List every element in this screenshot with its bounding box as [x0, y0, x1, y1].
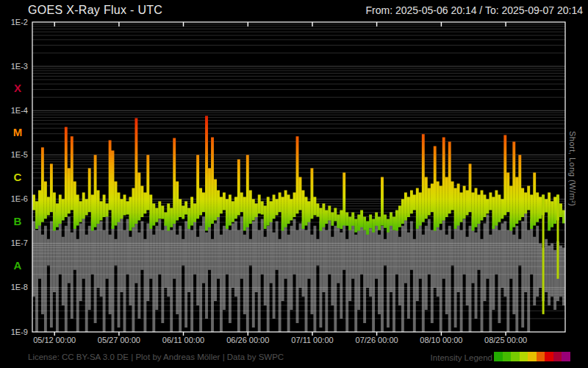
x-tick-label: 08/25 00:00 [473, 336, 539, 344]
x-tick-label: 05/27 00:00 [86, 336, 152, 344]
goes-xray-flux-app: GOES X-Ray Flux - UTC From: 2025-05-06 2… [0, 0, 588, 368]
class-label-x: X [9, 82, 26, 94]
class-label-m: M [9, 126, 26, 138]
class-label-b: B [9, 215, 26, 227]
y-tick-label: 1E-5 [0, 150, 28, 159]
y-tick-label: 1E-8 [0, 283, 28, 291]
class-label-a: A [9, 259, 26, 272]
x-tick-label: 06/11 00:00 [151, 336, 217, 344]
flux-plot [0, 0, 588, 368]
intensity-legend-swatches [494, 351, 570, 364]
legend-swatch [553, 352, 562, 361]
legend-swatch [537, 352, 545, 361]
x-tick-label: 07/11 00:00 [279, 336, 345, 344]
intensity-legend-label: Intensity Legend [412, 353, 492, 362]
legend-swatch [511, 352, 520, 361]
legend-swatch [494, 352, 503, 361]
license-credits: License: CC BY-SA 3.0 DE | Plot by Andre… [28, 353, 284, 361]
y-tick-label: 1E-6 [0, 194, 28, 203]
legend-swatch [528, 352, 537, 361]
legend-swatch [562, 352, 570, 361]
y-tick-label: 1E-9 [0, 328, 28, 336]
y-axis-title: Short, Long (W/m²) [568, 131, 577, 207]
y-tick-label: 1E-7 [0, 238, 28, 247]
y-tick-label: 1E-3 [0, 62, 28, 71]
legend-swatch [545, 352, 553, 361]
class-label-c: C [9, 171, 26, 183]
y-tick-label: 1E-2 [0, 18, 28, 26]
legend-swatch [503, 352, 512, 361]
legend-swatch [520, 352, 528, 361]
x-tick-label: 08/10 00:00 [408, 336, 474, 344]
x-tick-label: 05/12 00:00 [21, 336, 87, 344]
intensity-legend: Intensity Legend [412, 351, 570, 364]
y-tick-label: 1E-4 [0, 106, 28, 115]
x-tick-label: 06/26 00:00 [215, 336, 281, 344]
x-tick-label: 07/26 00:00 [344, 336, 410, 344]
